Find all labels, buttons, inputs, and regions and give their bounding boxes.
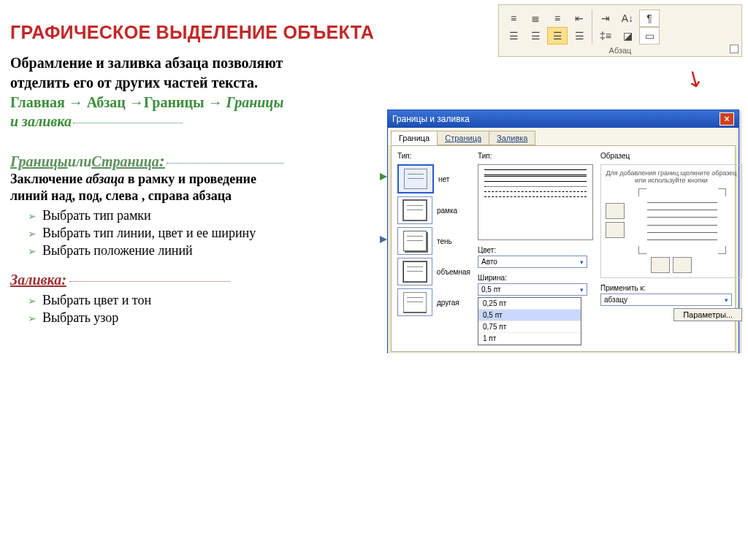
dialog-launcher-icon[interactable]: [730, 45, 739, 53]
path-main: Главная → Абзац →Границы →: [10, 94, 226, 110]
color-value: Авто: [481, 258, 497, 266]
shading-icon[interactable]: ◪: [617, 27, 638, 45]
arrow-blue-icon: [380, 236, 387, 243]
dialog-tabs: Граница Страница Заливка: [388, 128, 739, 145]
border-top-btn[interactable]: [606, 203, 625, 219]
border-right-btn[interactable]: [673, 257, 692, 273]
intro-text: Обрамление и заливка абзаца позволяют от…: [10, 53, 288, 93]
width-label: Ширина:: [478, 274, 593, 282]
preview-box: Для добавления границ щелкните образец и…: [600, 164, 742, 278]
line-style-list[interactable]: [478, 164, 593, 240]
type-box[interactable]: [397, 196, 432, 224]
align-center-icon[interactable]: ☰: [525, 27, 546, 45]
section-borders-b: Страница: [91, 153, 159, 169]
applyto-value: абзацу: [604, 296, 627, 304]
section-borders-colon: :: [159, 151, 165, 170]
align-right-icon[interactable]: ☰: [547, 27, 568, 45]
type-3d[interactable]: [397, 258, 432, 285]
multilevel-icon[interactable]: ≡: [547, 9, 568, 27]
width-opt[interactable]: 0,5 пт: [478, 310, 581, 321]
sort-icon[interactable]: A↓: [617, 9, 638, 27]
numbering-icon[interactable]: ≣: [525, 9, 546, 27]
color-select[interactable]: Авто▾: [478, 256, 587, 268]
align-left-icon[interactable]: ☰: [503, 27, 524, 45]
params-button[interactable]: Параметры...: [673, 308, 742, 321]
applyto-select[interactable]: абзацу▾: [600, 294, 732, 306]
increase-indent-icon[interactable]: ⇥: [595, 9, 616, 27]
type-none-label: нет: [438, 175, 449, 183]
tab-page[interactable]: Страница: [437, 131, 489, 145]
type-label: Тип:: [397, 152, 470, 160]
linetype-label: Тип:: [478, 152, 593, 160]
bullets-icon[interactable]: ≡: [503, 9, 524, 27]
tab-fill[interactable]: Заливка: [489, 131, 535, 145]
section-borders-a: Границы: [10, 153, 68, 169]
justify-icon[interactable]: ☰: [569, 27, 592, 45]
width-opt[interactable]: 0,75 пт: [478, 321, 581, 333]
show-marks-icon[interactable]: ¶: [639, 9, 660, 27]
type-shadow[interactable]: [397, 227, 432, 255]
width-value: 0,5 пт: [481, 285, 501, 294]
type-none[interactable]: [397, 164, 434, 193]
type-custom[interactable]: [397, 288, 432, 316]
width-opt[interactable]: 1 пт: [478, 333, 581, 345]
arrow-green-icon: [380, 173, 387, 180]
type-3d-label: объемная: [437, 268, 470, 276]
tab-border[interactable]: Граница: [391, 131, 438, 145]
width-dropdown[interactable]: 0,25 пт 0,5 пт 0,75 пт 1 пт: [478, 297, 581, 345]
type-shadow-label: тень: [437, 237, 452, 245]
borders-description: Заключение абзаца в рамку и проведение л…: [10, 171, 288, 204]
red-arrow-icon: ↘: [681, 63, 709, 94]
type-custom-label: другая: [437, 299, 459, 307]
borders-dialog: Границы и заливка × Граница Страница Зал…: [387, 110, 739, 353]
dialog-titlebar[interactable]: Границы и заливка ×: [388, 110, 739, 128]
desc-b: абзаца: [85, 172, 124, 186]
applyto-label: Применить к:: [600, 284, 742, 292]
decrease-indent-icon[interactable]: ⇤: [569, 9, 592, 27]
menu-path: Главная → Абзац →Границы → Границы и зал…: [10, 93, 288, 131]
preview-page[interactable]: [638, 188, 726, 254]
preview-hint: Для добавления границ щелкните образец и…: [606, 169, 737, 184]
type-box-label: рамка: [437, 207, 457, 215]
dialog-title: Границы и заливка: [392, 114, 470, 124]
borders-button[interactable]: ▭: [639, 27, 660, 45]
section-fill-text: Заливка:: [10, 272, 66, 288]
width-select[interactable]: 0,5 пт▾: [478, 283, 587, 296]
color-label: Цвет:: [478, 246, 593, 254]
desc-a: Заключение: [10, 172, 85, 186]
border-left-btn[interactable]: [651, 257, 670, 273]
ribbon-group-label: Абзац: [503, 46, 737, 55]
border-bottom-btn[interactable]: [606, 222, 625, 238]
close-icon[interactable]: ×: [720, 112, 734, 126]
section-borders-or: или: [68, 153, 92, 170]
preview-label: Образец: [600, 152, 742, 160]
width-opt[interactable]: 0,25 пт: [478, 298, 581, 310]
line-spacing-icon[interactable]: ‡≡: [595, 27, 616, 45]
ribbon-paragraph-group: ≡ ≣ ≡ ⇤ ⇥ A↓ ¶ ☰ ☰ ☰ ☰ ‡≡ ◪ ▭ Абзац: [498, 4, 742, 57]
